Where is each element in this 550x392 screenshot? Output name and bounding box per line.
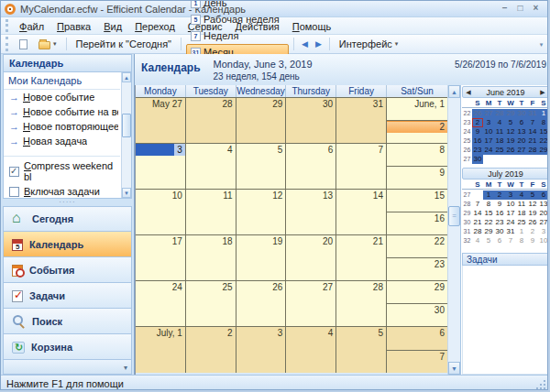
sun-half-cell[interactable]: 2 [387, 121, 447, 143]
sidebar-link-2[interactable]: →Новое повторяющееся со [4, 119, 120, 134]
mini-day-cell[interactable]: 4 [516, 191, 527, 200]
mini-day-cell[interactable]: 27 [538, 218, 548, 227]
day-cell[interactable]: 24 [136, 281, 186, 326]
mini-day-cell[interactable]: 27 [516, 146, 527, 155]
toolbar-overflow-button[interactable]: ▾ [536, 41, 546, 48]
menu-item-1[interactable]: Файл [13, 19, 50, 34]
mini-day-cell[interactable]: 12 [505, 127, 516, 136]
day-cell[interactable]: 5 [336, 327, 387, 373]
sat-half-cell[interactable]: 15 [387, 190, 447, 212]
mini-day-cell[interactable]: 20 [538, 209, 548, 218]
mini-day-cell[interactable]: 21 [527, 136, 538, 146]
mini-day-cell[interactable]: 13 [516, 127, 527, 136]
day-cell[interactable]: 21 [336, 235, 387, 280]
mini-day-cell[interactable]: 31 [527, 109, 538, 118]
scrollbar-thumb[interactable]: = [448, 206, 460, 226]
day-cell[interactable]: 4 [286, 327, 336, 373]
open-file-button[interactable]: ▾ [34, 37, 61, 52]
day-cell[interactable]: 14 [336, 190, 387, 234]
mini-day-cell[interactable]: 30 [494, 227, 505, 236]
day-cell[interactable]: 7 [336, 144, 387, 189]
mini-day-cell[interactable]: 11 [494, 127, 505, 136]
day-cell[interactable]: 18 [186, 235, 236, 280]
mini-day-cell[interactable]: 12 [527, 200, 538, 209]
day-cell[interactable]: 3 [236, 327, 287, 373]
day-cell[interactable]: 19 [236, 235, 287, 280]
goto-today-button[interactable]: Перейти к "Сегодня" [72, 36, 176, 52]
day-cell[interactable]: 20 [286, 235, 336, 280]
mini-day-cell[interactable]: 18 [516, 209, 527, 218]
mini-day-cell[interactable]: 21 [472, 218, 483, 227]
mini-day-cell[interactable]: 17 [505, 209, 516, 218]
mini-day-cell[interactable]: 6 [538, 191, 548, 200]
scroll-up-icon[interactable]: ▲ [122, 72, 131, 82]
mini-day-cell[interactable]: 4 [494, 118, 505, 127]
mini-day-cell[interactable]: 16 [494, 209, 505, 218]
mini-day-cell[interactable]: 9 [527, 236, 538, 245]
calendar-scrollbar[interactable]: ▲ = ▼ [447, 85, 460, 375]
mini-day-cell[interactable]: 20 [516, 136, 527, 146]
mini-day-cell[interactable]: 14 [472, 209, 483, 218]
menu-item-2[interactable]: Правка [50, 19, 97, 34]
nav-button-0[interactable]: Сегодня [3, 206, 132, 232]
minimize-button[interactable]: – [497, 3, 512, 15]
day-cell[interactable]: 31 [336, 98, 387, 143]
view-button-1[interactable]: 5Рабочая неделя [186, 11, 289, 27]
nav-button-1[interactable]: Календарь [3, 232, 132, 257]
sat-half-cell[interactable]: 29 [387, 281, 447, 304]
mini-day-cell[interactable]: 8 [483, 200, 494, 209]
sidebar-link-0[interactable]: →Новое событие [4, 90, 120, 104]
day-cell[interactable]: 13 [286, 190, 336, 234]
mini-day-cell[interactable]: 28 [472, 227, 483, 236]
mini-day-cell[interactable]: 24 [483, 146, 494, 155]
scroll-up-icon[interactable]: ▲ [448, 85, 460, 98]
sidebar-scrollbar[interactable]: ▲ ▼ [121, 72, 131, 198]
checkbox-unchecked[interactable] [9, 187, 19, 197]
nav-button-5[interactable]: Корзина [3, 334, 132, 360]
mini-day-cell[interactable]: 5 [505, 118, 516, 127]
mini-day-cell[interactable]: 22 [483, 218, 494, 227]
day-cell[interactable]: 25 [186, 281, 236, 326]
scroll-down-icon[interactable]: ▼ [122, 188, 131, 198]
mini-day-cell[interactable]: 7 [527, 118, 538, 127]
resize-grip[interactable] [534, 378, 545, 389]
mini-day-cell[interactable]: 16 [472, 136, 483, 146]
mini-day-cell[interactable]: 7 [505, 236, 516, 245]
day-cell[interactable]: 27 [286, 281, 336, 326]
mini-day-cell[interactable]: 24 [505, 218, 516, 227]
mini-day-cell[interactable]: 11 [516, 200, 527, 209]
view-button-2[interactable]: 7Неделя [186, 27, 289, 44]
mini-day-cell[interactable]: 29 [505, 109, 516, 118]
mini-day-cell[interactable]: 19 [505, 136, 516, 146]
day-cell[interactable]: 30 [286, 98, 336, 143]
day-cell[interactable]: 28 [336, 281, 387, 326]
mini-day-cell[interactable]: 15 [483, 209, 494, 218]
next-period-button[interactable]: ▶ [313, 38, 324, 49]
day-cell[interactable]: 11 [186, 190, 236, 234]
mini-day-cell[interactable]: 8 [516, 236, 527, 245]
next-month-icon[interactable]: ▶ [539, 89, 546, 96]
sun-half-cell[interactable]: 9 [387, 167, 447, 189]
mini-day-cell[interactable]: 30 [516, 109, 527, 118]
my-calendars-item[interactable]: Мои Календарь [4, 72, 120, 90]
day-cell[interactable]: 28 [186, 98, 236, 143]
mini-day-cell[interactable]: 6 [494, 236, 505, 245]
mini-day-cell[interactable]: 18 [494, 136, 505, 146]
maximize-button[interactable]: □ [512, 3, 528, 15]
mini-day-cell[interactable]: 31 [505, 227, 516, 236]
mini-day-cell[interactable]: 4 [472, 236, 483, 245]
checkbox-row-0[interactable]: Compress weekend bl [4, 158, 120, 184]
day-cell[interactable]: 2 [186, 327, 236, 373]
sidebar-splitter[interactable]: ····· [3, 199, 132, 206]
mini-day-cell[interactable]: 29 [483, 227, 494, 236]
menu-item-7[interactable]: Помощь [286, 19, 338, 34]
menu-item-4[interactable]: Переход [128, 19, 182, 34]
mini-day-cell[interactable]: 9 [472, 127, 483, 136]
sidebar-link-1[interactable]: →Новое событие на весь де [4, 104, 120, 119]
scrollbar-thumb[interactable] [122, 114, 131, 137]
mini-day-cell[interactable]: 1 [538, 109, 548, 118]
new-file-button[interactable] [15, 37, 32, 52]
sun-half-cell[interactable]: 23 [387, 258, 447, 280]
prev-month-icon[interactable]: ◀ [465, 89, 472, 96]
day-cell[interactable]: 4 [186, 144, 236, 189]
